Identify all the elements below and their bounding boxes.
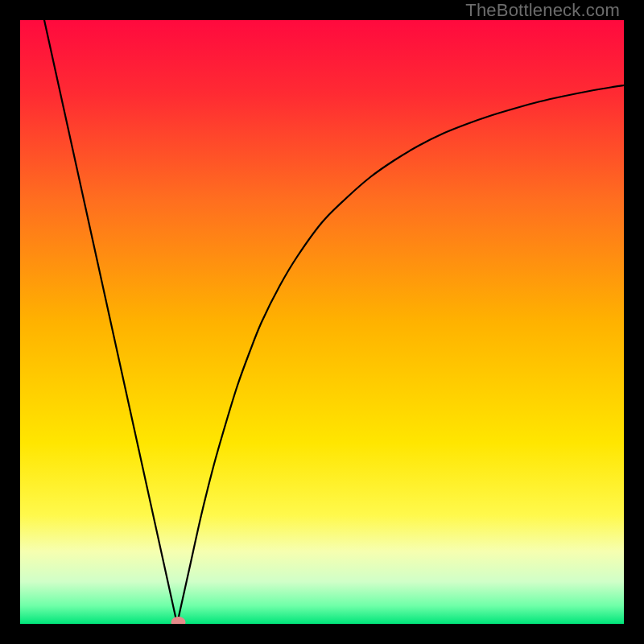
watermark-text: TheBottleneck.com bbox=[465, 0, 620, 21]
chart-svg bbox=[20, 20, 624, 624]
chart-frame bbox=[20, 20, 624, 624]
